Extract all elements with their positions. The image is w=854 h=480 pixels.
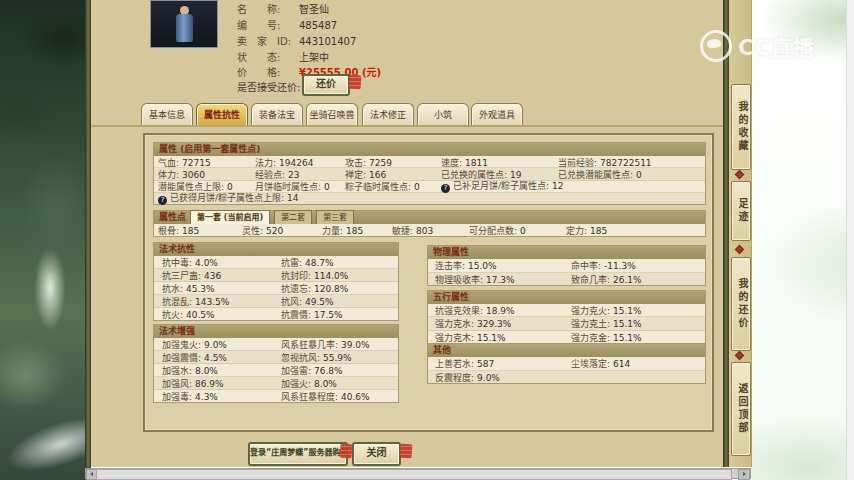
stat-label: 抗强克效果: [435, 306, 483, 316]
stat-label: 潜能属性点上限: [158, 182, 224, 192]
tab-attr-resist[interactable]: 属性抗性 [196, 103, 248, 126]
stat: 加强鬼火:9.0% [162, 338, 227, 351]
knot-decoration [735, 351, 745, 361]
sidebar-item-my-favorites[interactable]: 我的收藏 [731, 84, 751, 170]
stat: 命中率:-11.3% [571, 259, 636, 272]
stat: 加强火:8.0% [281, 377, 337, 390]
stat-value: 194264 [279, 157, 313, 167]
stat-row: 体力:3060 经验点:23 禅定:166 已兑换的属性点:19 已兑换潜能属性… [154, 168, 705, 180]
stat-label: 强力克火: [571, 306, 610, 316]
stat-value: 17.5% [314, 310, 343, 320]
stat-assignable: 可分配点数:0 [469, 224, 526, 237]
stat-label: 气血: [158, 157, 179, 167]
scrollbar-thumb[interactable] [96, 469, 732, 480]
field-label: 卖 家 ID: [237, 33, 299, 48]
tab-mount-pet[interactable]: 坐骑召唤兽 [306, 103, 358, 126]
stat: 抗遗忘:120.8% [281, 282, 348, 295]
stat: 强力克水:329.3% [435, 317, 511, 330]
stat-value: 185 [346, 226, 363, 236]
stat-value: 0 [520, 226, 526, 236]
tab-basic-info[interactable]: 基本信息 [141, 103, 193, 126]
stat-bone: 根骨:185 [158, 224, 199, 237]
stat-row: 抗三尸蛊:436 抗封印:114.0% [154, 269, 398, 282]
stat-meditation: 禅定:166 [345, 167, 386, 180]
stat-value: 45.3% [186, 284, 215, 294]
login-buy-button[interactable]: 登录“庄周梦蝶”服务器购买 [248, 442, 348, 466]
attr-points-box: 属性点 第一套 (当前启用) 第二套 第三套 根骨:185 灵性:520 力量:… [153, 210, 706, 237]
stat-value: 23 [288, 169, 299, 179]
attributes-box: 属性 (启用第一套属性点) 气血:72715 法力:194264 攻击:7259… [153, 142, 706, 205]
stat-label: 加强鬼火: [162, 340, 201, 350]
stat: 强力克土:15.1% [571, 317, 642, 330]
stat-value: 14 [287, 193, 298, 203]
section-title: 五行属性 [428, 291, 705, 304]
stat-row: 根骨:185 灵性:520 力量:185 敏捷:803 可分配点数:0 定力:1… [154, 224, 705, 236]
section-title: 法术增强 [154, 325, 398, 338]
stat-value: 72715 [182, 157, 211, 167]
horizontal-scrollbar[interactable] [85, 468, 751, 479]
tab-equipment-treasure[interactable]: 装备法宝 [251, 103, 303, 126]
five-elements-box: 五行属性 抗强克效果:18.9% 强力克火:15.1% 强力克水:329.3% … [427, 290, 706, 344]
attr-points-tab-set1[interactable]: 第一套 (当前启用) [190, 210, 270, 224]
bargain-button[interactable]: 还价 [302, 74, 350, 96]
stat-label: 敏捷: [392, 226, 413, 236]
stat-value: 4.5% [204, 353, 227, 363]
cc-live-logo-icon [700, 30, 732, 62]
stat: 抗混乱:143.5% [162, 295, 229, 308]
stat-label: 根骨: [158, 226, 179, 236]
stat: 物理吸收率:17.3% [435, 272, 515, 285]
stat-row: 抗混乱:143.5% 抗风:49.5% [154, 295, 398, 308]
section-title: 属性 (启用第一套属性点) [154, 143, 705, 156]
physical-box: 物理属性 连击率:15.0% 命中率:-11.3% 物理吸收率:17.3% 致命… [427, 245, 706, 286]
attr-points-tab-set3[interactable]: 第三套 [316, 210, 354, 224]
stat-label: 抗中毒: [162, 258, 192, 268]
attr-points-tab-set2[interactable]: 第二套 [274, 210, 312, 224]
tab-spell-correction[interactable]: 法术修正 [362, 103, 414, 126]
stat-value: 15.1% [613, 332, 642, 342]
stat-label: 强力克水: [435, 319, 474, 329]
stat-value: 3060 [182, 169, 205, 179]
sidebar-item-footprints[interactable]: 足迹 [731, 181, 751, 241]
field-value: 485487 [299, 20, 337, 31]
stat-row: 抗火:40.5% 抗震慑:17.5% [154, 308, 398, 320]
stat-value: 15.1% [477, 332, 506, 342]
spell-enhance-box: 法术增强 加强鬼火:9.0% 风系狂暴几率:39.0% 加强震慑:4.5% 忽视… [153, 324, 399, 403]
stat-label: 风系狂暴程度: [281, 392, 338, 402]
stat-value: 166 [369, 169, 386, 179]
stat-label: 禅定: [345, 169, 366, 179]
right-nature-background [751, 0, 854, 480]
stat-label: 已兑换的属性点: [441, 169, 507, 179]
stat-label: 加强震慑: [162, 353, 201, 363]
stat-label: 加强火: [281, 379, 311, 389]
stat-label: 力量: [322, 226, 343, 236]
stat-label: 上善若水: [435, 359, 474, 369]
stat-value: 19 [510, 169, 521, 179]
knot-decoration [735, 170, 745, 180]
stat-label: 已获得月饼/粽子属性点上限: [170, 193, 284, 203]
help-icon[interactable] [158, 196, 167, 205]
sidebar-item-back-to-top[interactable]: 返回顶部 [731, 362, 751, 456]
field-number: 编 号:485487 [237, 17, 337, 32]
stat-value: 12 [552, 181, 563, 191]
stat-value: 1811 [465, 157, 488, 167]
stat-value: 436 [204, 271, 221, 281]
main-content: 名 称:智圣仙 编 号:485487 卖 家 ID:443101407 状 态:… [91, 0, 723, 467]
stat-value: 803 [416, 226, 433, 236]
stat-speed: 速度:1811 [441, 155, 488, 168]
tab-cottage[interactable]: 小筑 [417, 103, 469, 126]
scroll-right-arrow-icon[interactable] [738, 469, 750, 480]
stat-label: 加强毒: [162, 392, 192, 402]
stat: 加强风:86.9% [162, 377, 224, 390]
sidebar-item-my-offers[interactable]: 我的还价 [731, 257, 751, 351]
stat-value: 0 [636, 169, 642, 179]
vertical-scrollbar[interactable] [846, 0, 854, 480]
field-name: 名 称:智圣仙 [237, 1, 329, 16]
stat-row: 连击率:15.0% 命中率:-11.3% [428, 259, 705, 273]
field-label: 名 称: [237, 1, 299, 16]
tab-appearance-items[interactable]: 外观道具 [471, 103, 523, 126]
stat-row: 上善若水:587 尘埃落定:614 [428, 357, 705, 371]
field-label: 状 态: [237, 49, 299, 64]
close-button[interactable]: 关闭 [352, 442, 401, 466]
stat-value: 17.3% [486, 274, 515, 284]
stat-value: 86.9% [195, 379, 224, 389]
